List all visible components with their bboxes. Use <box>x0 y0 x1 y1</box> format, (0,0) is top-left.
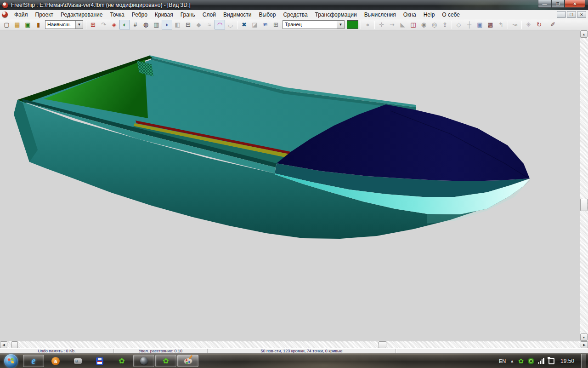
zebra-pipe-icon: ◠ <box>217 22 222 28</box>
rotate-model-button[interactable]: ↻ <box>534 20 544 29</box>
scroll-up-button[interactable]: ▲ <box>580 30 588 38</box>
unlock-all-button[interactable]: ⇪ <box>440 20 450 29</box>
taskbar-app-freeship[interactable] <box>177 355 198 367</box>
taskbar-app-aimp[interactable]: a <box>45 355 66 367</box>
hidden-icons-chevron-icon[interactable]: ▲ <box>510 359 514 363</box>
menu-item-windows[interactable]: Окна <box>400 11 420 19</box>
menu-item-help[interactable]: Help <box>420 11 439 19</box>
layer-combo[interactable]: Транец▼ <box>283 20 345 29</box>
power-plug-icon[interactable] <box>548 358 554 364</box>
minimize-button[interactable]: — <box>538 0 551 8</box>
menu-item-about[interactable]: О себе <box>438 11 464 19</box>
status-empty-panel <box>396 349 588 353</box>
start-button[interactable] <box>4 354 18 368</box>
precision-combo[interactable]: Наивысш.▼ <box>45 20 83 29</box>
taskbar-app-browser[interactable]: e <box>23 355 44 367</box>
tray-icq-icon[interactable]: ✿ <box>518 357 524 365</box>
merge-faces-button[interactable]: ▣ <box>475 20 485 29</box>
calculator-button[interactable]: ⊟ <box>183 20 193 29</box>
save-file-button[interactable]: ▣ <box>23 20 33 29</box>
menu-item-project[interactable]: Проект <box>32 11 57 19</box>
unlock-button[interactable]: ◎ <box>429 20 440 29</box>
menu-item-file[interactable]: Файл <box>11 11 32 19</box>
shaded-bow-icon: ◗ <box>165 22 169 28</box>
taskbar-app-sphere[interactable] <box>133 355 154 367</box>
menu-item-point[interactable]: Точка <box>106 11 128 19</box>
menu-item-face[interactable]: Грань <box>177 11 199 19</box>
close-button[interactable]: ✕ <box>565 0 585 8</box>
exit-door-icon: ▮ <box>37 22 40 28</box>
scroll-down-button[interactable]: ▼ <box>580 334 588 341</box>
align-icon: ┼ <box>467 22 471 28</box>
shade-view-button[interactable]: ◗ <box>162 20 172 29</box>
menu-item-calculations[interactable]: Вычисления <box>361 11 400 19</box>
restore-button[interactable]: ❐ <box>551 0 565 8</box>
vertical-scrollbar[interactable]: ▲ ▼ <box>580 30 588 341</box>
vertical-scroll-thumb[interactable] <box>580 199 588 211</box>
hydrostatics-button[interactable]: ✖ <box>239 20 249 29</box>
open-file-button[interactable]: ▤ <box>12 20 23 29</box>
mdi-minimize-button[interactable]: – <box>557 11 566 18</box>
tile-windows-button[interactable]: ⊞ <box>271 20 281 29</box>
taskbar-app-icq[interactable]: ✿ <box>111 355 132 367</box>
check-model-button[interactable]: ◈ <box>109 20 119 29</box>
mdi-restore-button[interactable]: ❐ <box>567 11 576 18</box>
mirror-button[interactable]: ◫ <box>408 20 418 29</box>
cut-button[interactable]: ✐ <box>548 20 558 29</box>
menu-item-transform[interactable]: Трансформации <box>311 11 361 19</box>
toolbar-separator <box>86 21 86 29</box>
tray-antivirus-eye-icon[interactable] <box>528 358 534 364</box>
calculator-icon: ⊟ <box>186 22 191 28</box>
horizontal-scroll-thumb-left[interactable] <box>11 341 18 348</box>
lock-icon: ◉ <box>421 22 426 28</box>
mdi-close-button[interactable]: ✕ <box>577 11 586 18</box>
exit-button[interactable]: ▮ <box>33 20 44 29</box>
lock-button[interactable]: ◉ <box>418 20 429 29</box>
precision-combo-dropdown-arrow-icon[interactable]: ▼ <box>75 21 83 29</box>
bend-edge-button: ↰ <box>496 20 506 29</box>
control-net-button[interactable]: ⊞ <box>88 20 98 29</box>
new-file-button[interactable]: ▢ <box>1 20 12 29</box>
fair-curve-button: ↝ <box>509 20 520 29</box>
intersections-button[interactable]: # <box>130 20 141 29</box>
layer-combo-dropdown-arrow-icon[interactable]: ▼ <box>337 21 344 29</box>
menu-item-edit[interactable]: Редактирование <box>57 11 106 19</box>
face-blob-icon: ● <box>366 22 370 28</box>
language-indicator[interactable]: EN <box>499 358 506 364</box>
perspective-view-button[interactable]: ◐ <box>119 20 130 29</box>
menu-item-layer[interactable]: Слой <box>199 11 220 19</box>
menu-item-visibility[interactable]: Видимости <box>220 11 255 19</box>
windows-taskbar: ea✿✿ EN ▲ ✿ 19:50 <box>0 353 588 368</box>
viewport-area: ▲ ▼ <box>0 30 588 341</box>
menu-item-curve[interactable]: Кривая <box>151 11 177 19</box>
menu-item-edge[interactable]: Ребро <box>128 11 151 19</box>
mdi-window-buttons: – ❐ ✕ <box>557 11 586 18</box>
aimp-icon: a <box>51 357 60 365</box>
horizontal-scrollbar[interactable]: ◀ ▶ <box>0 341 588 348</box>
wireframe-view-button[interactable]: ◍ <box>141 20 151 29</box>
camera-icon <box>74 358 82 364</box>
show-desktop-button[interactable] <box>581 354 586 368</box>
scroll-left-button[interactable]: ◀ <box>0 341 7 348</box>
menu-item-tools[interactable]: Средства <box>279 11 311 19</box>
layer-color-swatch[interactable] <box>347 20 358 29</box>
bodyplan-view-button[interactable]: ▥ <box>151 20 162 29</box>
viewport-3d[interactable] <box>0 30 580 341</box>
network-signal-icon[interactable] <box>538 358 544 364</box>
scroll-right-button[interactable]: ▶ <box>581 341 588 348</box>
zebra-view-button[interactable]: ◠ <box>215 20 225 29</box>
align-points-button: ┼ <box>464 20 475 29</box>
volume-button[interactable]: ▩ <box>485 20 496 29</box>
unlock-all-icon: ⇪ <box>442 22 447 28</box>
horizontal-scroll-thumb[interactable] <box>379 341 386 348</box>
taskbar-app-camera[interactable] <box>67 355 88 367</box>
menu-item-selection[interactable]: Выбор <box>255 11 280 19</box>
taskbar-app-floppy[interactable] <box>89 355 110 367</box>
unlock-icon: ◎ <box>432 22 437 28</box>
menu-bar: ФайлПроектРедактированиеТочкаРеброКривая… <box>0 10 588 19</box>
layer-combo-value: Транец <box>283 21 337 29</box>
clock[interactable]: 19:50 <box>560 358 574 364</box>
taskbar-app-icq-2[interactable]: ✿ <box>155 355 176 367</box>
resistance-button[interactable]: ≋ <box>260 20 271 29</box>
bent-curve-icon: ◡ <box>228 22 233 28</box>
